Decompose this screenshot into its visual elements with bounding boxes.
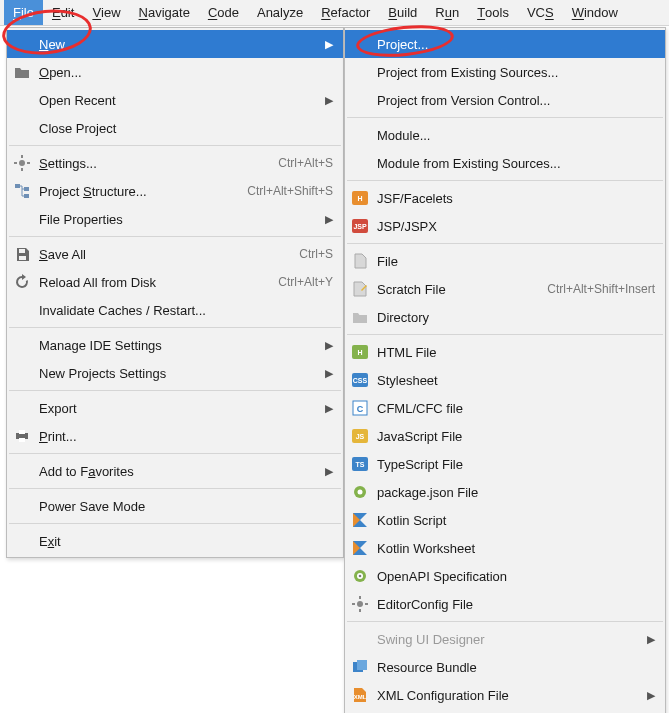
new-swing: Swing UI Designer▶ [345,625,665,653]
file-reload[interactable]: Reload All from DiskCtrl+Alt+Y [7,268,343,296]
new-file[interactable]: File [345,247,665,275]
new-pkgjson[interactable]: package.json File [345,478,665,506]
structure-icon [13,182,31,200]
menu-item-label: JavaScript File [377,429,655,444]
save-icon [13,245,31,263]
file-project-structure[interactable]: Project Structure...Ctrl+Alt+Shift+S [7,177,343,205]
separator [9,453,341,454]
svg-rect-4 [27,162,30,164]
new-module-existing[interactable]: Module from Existing Sources... [345,149,665,177]
openapi-icon [351,567,369,585]
menu-refactor[interactable]: Refactor [312,0,379,25]
scratch-icon [351,280,369,298]
menu-item-label: CFML/CFC file [377,401,655,416]
submenu-arrow-icon: ▶ [645,633,655,646]
file-properties[interactable]: File Properties▶ [7,205,343,233]
new-cfml[interactable]: CCFML/CFC file [345,394,665,422]
new-xml-config[interactable]: XMLXML Configuration File▶ [345,681,665,709]
file-open-recent[interactable]: Open Recent▶ [7,86,343,114]
new-module[interactable]: Module... [345,121,665,149]
separator [9,236,341,237]
menu-item-label: Project from Version Control... [377,93,655,108]
separator [347,117,663,118]
new-ktw[interactable]: Kotlin Worksheet [345,534,665,562]
new-proj-vcs[interactable]: Project from Version Control... [345,86,665,114]
separator [347,243,663,244]
menu-edit[interactable]: Edit [43,0,83,25]
svg-point-14 [358,490,363,495]
submenu-arrow-icon: ▶ [323,367,333,380]
shortcut-text: Ctrl+Alt+Y [278,275,333,289]
new-scratch[interactable]: Scratch FileCtrl+Alt+Shift+Insert [345,275,665,303]
menu-code[interactable]: Code [199,0,248,25]
file-exit[interactable]: Exit [7,527,343,555]
menu-item-label: TypeScript File [377,457,655,472]
menu-item-label: Close Project [39,121,333,136]
file-settings[interactable]: Settings...Ctrl+Alt+S [7,149,343,177]
file-export[interactable]: Export▶ [7,394,343,422]
menu-run[interactable]: Run [426,0,468,25]
new-dir[interactable]: Directory [345,303,665,331]
menu-item-label: New [39,37,297,52]
menu-item-label: Project from Existing Sources... [377,65,655,80]
menu-item-label: Exit [39,534,333,549]
blank-icon [13,301,31,319]
file-open[interactable]: Open... [7,58,343,86]
menu-item-label: HTML File [377,345,655,360]
menu-analyze[interactable]: Analyze [248,0,312,25]
new-jsf[interactable]: HJSF/Facelets [345,184,665,212]
menu-item-label: Reload All from Disk [39,275,242,290]
new-openapi[interactable]: OpenAPI Specification [345,562,665,590]
file-icon [351,252,369,270]
blank-icon [13,91,31,109]
separator [9,145,341,146]
file-power-save[interactable]: Power Save Mode [7,492,343,520]
file-manage-ide[interactable]: Manage IDE Settings▶ [7,331,343,359]
menu-item-label: Manage IDE Settings [39,338,297,353]
new-html[interactable]: HHTML File [345,338,665,366]
separator [347,334,663,335]
file-print[interactable]: Print... [7,422,343,450]
menu-window[interactable]: Window [563,0,627,25]
menu-tools[interactable]: Tools [468,0,518,25]
menu-item-label: OpenAPI Specification [377,569,655,584]
xml-icon: XML [351,686,369,704]
file-invalidate[interactable]: Invalidate Caches / Restart... [7,296,343,324]
file-add-fav[interactable]: Add to Favorites▶ [7,457,343,485]
new-jsp[interactable]: JSPJSP/JSPX [345,212,665,240]
menu-navigate[interactable]: Navigate [130,0,199,25]
new-ts[interactable]: TSTypeScript File [345,450,665,478]
file-close-project[interactable]: Close Project [7,114,343,142]
blank-icon [13,364,31,382]
svg-rect-2 [21,168,23,171]
menu-vcs[interactable]: VCS [518,0,563,25]
new-css[interactable]: CSSStylesheet [345,366,665,394]
menu-item-label: Project Structure... [39,184,211,199]
ts-badge-icon: TS [351,455,369,473]
jsp-badge-icon: JSP [351,217,369,235]
menu-file[interactable]: File [4,0,43,25]
separator [347,180,663,181]
new-project[interactable]: Project... [345,30,665,58]
menu-item-label: Module... [377,128,655,143]
new-diagram[interactable]: Diagram▶ [345,709,665,713]
file-save-all[interactable]: Save AllCtrl+S [7,240,343,268]
menu-build[interactable]: Build [379,0,426,25]
menu-item-label: Swing UI Designer [377,632,619,647]
file-new-proj-settings[interactable]: New Projects Settings▶ [7,359,343,387]
new-kts[interactable]: Kotlin Script [345,506,665,534]
submenu-arrow-icon: ▶ [323,402,333,415]
separator [9,488,341,489]
menu-item-label: JSF/Facelets [377,191,655,206]
new-js[interactable]: JSJavaScript File [345,422,665,450]
shortcut-text: Ctrl+Alt+S [278,156,333,170]
new-editorconfig[interactable]: EditorConfig File [345,590,665,618]
submenu-arrow-icon: ▶ [323,38,333,51]
submenu-arrow-icon: ▶ [323,339,333,352]
menu-view[interactable]: View [83,0,129,25]
file-new[interactable]: New▶ [7,30,343,58]
new-bundle[interactable]: Resource Bundle [345,653,665,681]
menu-item-label: Kotlin Script [377,513,655,528]
svg-rect-3 [14,162,17,164]
new-proj-existing[interactable]: Project from Existing Sources... [345,58,665,86]
